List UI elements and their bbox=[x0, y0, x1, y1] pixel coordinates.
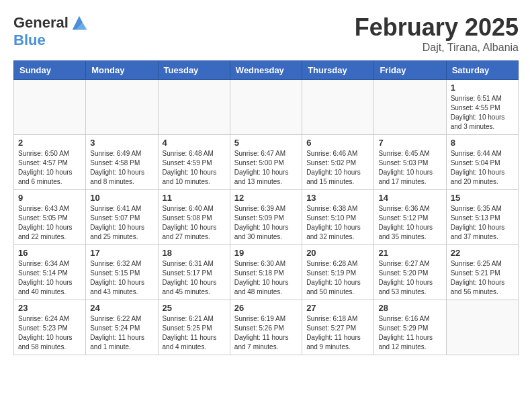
logo: General Blue bbox=[13, 13, 89, 48]
calendar-cell bbox=[374, 80, 446, 135]
calendar-cell: 14Sunrise: 6:36 AM Sunset: 5:12 PM Dayli… bbox=[374, 190, 446, 245]
day-info: Sunrise: 6:40 AM Sunset: 5:08 PM Dayligh… bbox=[163, 204, 226, 242]
calendar-cell: 5Sunrise: 6:47 AM Sunset: 5:00 PM Daylig… bbox=[230, 135, 302, 190]
calendar-week-row: 9Sunrise: 6:43 AM Sunset: 5:05 PM Daylig… bbox=[14, 190, 519, 245]
day-number: 12 bbox=[234, 193, 298, 203]
location-subtitle: Dajt, Tirana, Albania bbox=[355, 42, 519, 54]
calendar-cell: 21Sunrise: 6:27 AM Sunset: 5:20 PM Dayli… bbox=[374, 245, 446, 300]
calendar-week-row: 2Sunrise: 6:50 AM Sunset: 4:57 PM Daylig… bbox=[14, 135, 519, 190]
calendar-cell: 11Sunrise: 6:40 AM Sunset: 5:08 PM Dayli… bbox=[158, 190, 230, 245]
header-sunday: Sunday bbox=[14, 61, 86, 80]
day-number: 6 bbox=[306, 138, 369, 148]
day-number: 5 bbox=[234, 138, 298, 148]
header-thursday: Thursday bbox=[302, 61, 374, 80]
day-number: 19 bbox=[234, 248, 298, 258]
logo-blue: Blue bbox=[13, 32, 89, 48]
header-friday: Friday bbox=[374, 61, 446, 80]
day-number: 17 bbox=[90, 248, 153, 258]
day-number: 1 bbox=[451, 83, 514, 93]
day-info: Sunrise: 6:32 AM Sunset: 5:15 PM Dayligh… bbox=[90, 259, 153, 297]
day-number: 7 bbox=[378, 138, 441, 148]
day-number: 4 bbox=[163, 138, 226, 148]
calendar-cell: 24Sunrise: 6:22 AM Sunset: 5:24 PM Dayli… bbox=[86, 300, 158, 355]
calendar-cell: 10Sunrise: 6:41 AM Sunset: 5:07 PM Dayli… bbox=[86, 190, 158, 245]
day-number: 10 bbox=[90, 193, 153, 203]
header-monday: Monday bbox=[86, 61, 158, 80]
day-number: 15 bbox=[451, 193, 514, 203]
calendar-cell: 7Sunrise: 6:45 AM Sunset: 5:03 PM Daylig… bbox=[374, 135, 446, 190]
calendar-cell: 8Sunrise: 6:44 AM Sunset: 5:04 PM Daylig… bbox=[446, 135, 518, 190]
day-info: Sunrise: 6:44 AM Sunset: 5:04 PM Dayligh… bbox=[451, 149, 514, 187]
calendar-cell: 18Sunrise: 6:31 AM Sunset: 5:17 PM Dayli… bbox=[158, 245, 230, 300]
calendar-header-row: Sunday Monday Tuesday Wednesday Thursday… bbox=[14, 61, 519, 80]
day-info: Sunrise: 6:49 AM Sunset: 4:58 PM Dayligh… bbox=[90, 149, 153, 187]
day-info: Sunrise: 6:48 AM Sunset: 4:59 PM Dayligh… bbox=[163, 149, 226, 187]
day-info: Sunrise: 6:25 AM Sunset: 5:21 PM Dayligh… bbox=[451, 259, 514, 297]
calendar-cell: 22Sunrise: 6:25 AM Sunset: 5:21 PM Dayli… bbox=[446, 245, 518, 300]
day-number: 26 bbox=[234, 303, 298, 313]
logo-icon bbox=[70, 13, 89, 32]
day-number: 28 bbox=[378, 303, 441, 313]
day-number: 24 bbox=[90, 303, 153, 313]
calendar-cell: 16Sunrise: 6:34 AM Sunset: 5:14 PM Dayli… bbox=[14, 245, 86, 300]
day-info: Sunrise: 6:38 AM Sunset: 5:10 PM Dayligh… bbox=[306, 204, 369, 242]
calendar-cell bbox=[302, 80, 374, 135]
day-number: 13 bbox=[306, 193, 369, 203]
logo-text: General bbox=[13, 15, 69, 31]
month-title: February 2025 bbox=[355, 13, 519, 42]
calendar-cell: 15Sunrise: 6:35 AM Sunset: 5:13 PM Dayli… bbox=[446, 190, 518, 245]
day-info: Sunrise: 6:27 AM Sunset: 5:20 PM Dayligh… bbox=[378, 259, 441, 297]
calendar-cell bbox=[158, 80, 230, 135]
calendar-week-row: 23Sunrise: 6:24 AM Sunset: 5:23 PM Dayli… bbox=[14, 300, 519, 355]
calendar-week-row: 16Sunrise: 6:34 AM Sunset: 5:14 PM Dayli… bbox=[14, 245, 519, 300]
calendar-cell: 9Sunrise: 6:43 AM Sunset: 5:05 PM Daylig… bbox=[14, 190, 86, 245]
day-info: Sunrise: 6:45 AM Sunset: 5:03 PM Dayligh… bbox=[378, 149, 441, 187]
header-saturday: Saturday bbox=[446, 61, 518, 80]
day-info: Sunrise: 6:46 AM Sunset: 5:02 PM Dayligh… bbox=[306, 149, 369, 187]
day-info: Sunrise: 6:31 AM Sunset: 5:17 PM Dayligh… bbox=[163, 259, 226, 297]
day-info: Sunrise: 6:28 AM Sunset: 5:19 PM Dayligh… bbox=[306, 259, 369, 297]
day-info: Sunrise: 6:47 AM Sunset: 5:00 PM Dayligh… bbox=[234, 149, 298, 187]
day-info: Sunrise: 6:43 AM Sunset: 5:05 PM Dayligh… bbox=[18, 204, 81, 242]
day-info: Sunrise: 6:34 AM Sunset: 5:14 PM Dayligh… bbox=[18, 259, 81, 297]
calendar-cell: 1Sunrise: 6:51 AM Sunset: 4:55 PM Daylig… bbox=[446, 80, 518, 135]
day-info: Sunrise: 6:18 AM Sunset: 5:27 PM Dayligh… bbox=[306, 314, 369, 352]
day-info: Sunrise: 6:30 AM Sunset: 5:18 PM Dayligh… bbox=[234, 259, 298, 297]
day-info: Sunrise: 6:19 AM Sunset: 5:26 PM Dayligh… bbox=[234, 314, 298, 352]
day-number: 2 bbox=[18, 138, 81, 148]
calendar-cell: 3Sunrise: 6:49 AM Sunset: 4:58 PM Daylig… bbox=[86, 135, 158, 190]
calendar-cell: 12Sunrise: 6:39 AM Sunset: 5:09 PM Dayli… bbox=[230, 190, 302, 245]
day-number: 21 bbox=[378, 248, 441, 258]
day-info: Sunrise: 6:39 AM Sunset: 5:09 PM Dayligh… bbox=[234, 204, 298, 242]
day-info: Sunrise: 6:24 AM Sunset: 5:23 PM Dayligh… bbox=[18, 314, 81, 352]
day-number: 27 bbox=[306, 303, 369, 313]
calendar-cell: 26Sunrise: 6:19 AM Sunset: 5:26 PM Dayli… bbox=[230, 300, 302, 355]
title-block: February 2025 Dajt, Tirana, Albania bbox=[355, 13, 519, 54]
calendar-cell: 25Sunrise: 6:21 AM Sunset: 5:25 PM Dayli… bbox=[158, 300, 230, 355]
day-info: Sunrise: 6:50 AM Sunset: 4:57 PM Dayligh… bbox=[18, 149, 81, 187]
day-info: Sunrise: 6:36 AM Sunset: 5:12 PM Dayligh… bbox=[378, 204, 441, 242]
calendar-cell: 20Sunrise: 6:28 AM Sunset: 5:19 PM Dayli… bbox=[302, 245, 374, 300]
day-number: 20 bbox=[306, 248, 369, 258]
day-info: Sunrise: 6:51 AM Sunset: 4:55 PM Dayligh… bbox=[451, 94, 514, 132]
calendar-cell bbox=[446, 300, 518, 355]
calendar-cell: 23Sunrise: 6:24 AM Sunset: 5:23 PM Dayli… bbox=[14, 300, 86, 355]
calendar-cell bbox=[86, 80, 158, 135]
day-info: Sunrise: 6:35 AM Sunset: 5:13 PM Dayligh… bbox=[451, 204, 514, 242]
header-wednesday: Wednesday bbox=[230, 61, 302, 80]
day-info: Sunrise: 6:21 AM Sunset: 5:25 PM Dayligh… bbox=[163, 314, 226, 352]
day-info: Sunrise: 6:16 AM Sunset: 5:29 PM Dayligh… bbox=[378, 314, 441, 352]
day-number: 16 bbox=[18, 248, 81, 258]
day-number: 3 bbox=[90, 138, 153, 148]
calendar-cell: 17Sunrise: 6:32 AM Sunset: 5:15 PM Dayli… bbox=[86, 245, 158, 300]
calendar-cell: 4Sunrise: 6:48 AM Sunset: 4:59 PM Daylig… bbox=[158, 135, 230, 190]
calendar-cell: 2Sunrise: 6:50 AM Sunset: 4:57 PM Daylig… bbox=[14, 135, 86, 190]
day-number: 8 bbox=[451, 138, 514, 148]
day-number: 25 bbox=[163, 303, 226, 313]
day-info: Sunrise: 6:22 AM Sunset: 5:24 PM Dayligh… bbox=[90, 314, 153, 352]
day-number: 11 bbox=[163, 193, 226, 203]
day-number: 14 bbox=[378, 193, 441, 203]
calendar-cell: 27Sunrise: 6:18 AM Sunset: 5:27 PM Dayli… bbox=[302, 300, 374, 355]
calendar-cell: 13Sunrise: 6:38 AM Sunset: 5:10 PM Dayli… bbox=[302, 190, 374, 245]
calendar-cell: 19Sunrise: 6:30 AM Sunset: 5:18 PM Dayli… bbox=[230, 245, 302, 300]
